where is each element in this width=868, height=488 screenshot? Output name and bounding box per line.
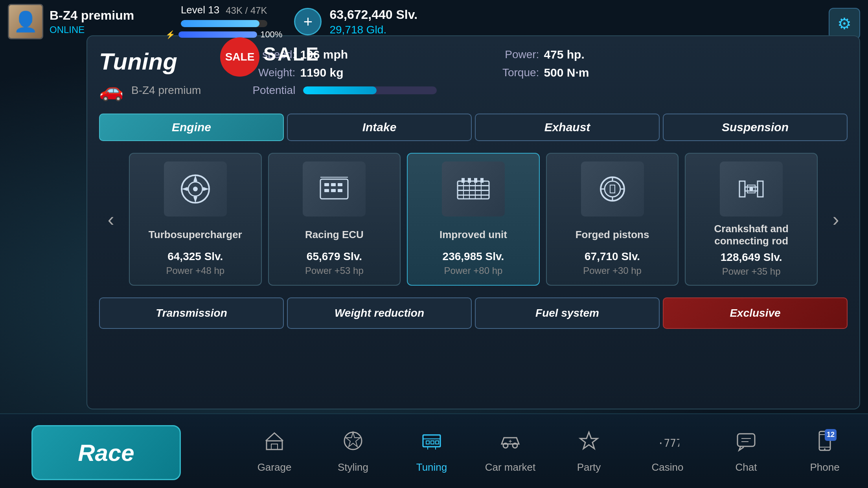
potential-bar-fill (303, 86, 377, 94)
player-status: ONLINE (50, 24, 134, 35)
svg-point-56 (824, 448, 826, 450)
sale-text: SALE (263, 43, 320, 65)
parts-prev-button[interactable]: ‹ (99, 207, 123, 231)
forged-pistons-stat: Power +30 hp (583, 265, 642, 276)
stats-col-right: Power: 475 hp. Torque: 500 N·m (468, 48, 589, 97)
svg-point-24 (605, 181, 620, 197)
potential-bar (303, 86, 437, 94)
svg-rect-5 (331, 183, 336, 186)
gld-amount: 29,718 Gld. (329, 24, 417, 36)
part-card-crankshaft[interactable]: Crankshaft and connecting rod 128,649 Sl… (685, 153, 818, 286)
parts-section: ‹ Turbosupercharger 64,325 Slv. (99, 153, 848, 286)
avatar: 👤 (8, 4, 43, 39)
cat-tab-fuel-system[interactable]: Fuel system (475, 297, 660, 329)
chat-icon (734, 429, 758, 458)
energy-bar (178, 31, 257, 38)
part-card-racing-ecu[interactable]: Racing ECU 65,679 Slv. Power +53 hp (268, 153, 401, 286)
nav-item-casino[interactable]: ·777· Casino (640, 429, 695, 473)
chat-label: Chat (736, 461, 757, 473)
racing-ecu-icon (303, 161, 366, 216)
sale-badge: SALE (220, 37, 259, 77)
tuning-title: Tuning (99, 48, 201, 75)
torque-label: Torque: (468, 66, 539, 79)
cat-tab-weight-reduction[interactable]: Weight reduction (287, 297, 472, 329)
svg-rect-14 (458, 194, 489, 196)
nav-item-styling[interactable]: Styling (326, 429, 381, 473)
nav-item-chat[interactable]: Chat (719, 429, 774, 473)
party-label: Party (577, 461, 601, 473)
crankshaft-icon (720, 161, 783, 216)
car-name: B-Z4 premium (131, 84, 201, 97)
styling-icon (341, 429, 365, 458)
tab-exhaust[interactable]: Exhaust (475, 114, 660, 141)
level-label: Level 13 (181, 4, 219, 16)
svg-rect-7 (324, 189, 329, 192)
svg-rect-12 (458, 185, 489, 186)
add-currency-button[interactable]: + (294, 8, 322, 35)
svg-rect-22 (480, 178, 484, 183)
currency-section: 63,672,440 Slv. 29,718 Gld. (329, 7, 417, 36)
crankshaft-name: Crankshaft and connecting rod (693, 223, 809, 247)
crankshaft-price: 128,649 Slv. (721, 251, 782, 264)
svg-rect-40 (426, 441, 429, 444)
tab-engine[interactable]: Engine (99, 114, 284, 141)
tuning-tabs: Engine Intake Exhaust Suspension (99, 114, 848, 141)
nav-item-garage[interactable]: Garage (247, 429, 302, 473)
race-button[interactable]: Race (31, 425, 181, 480)
svg-rect-41 (431, 441, 434, 444)
energy-row: ⚡ 100% (166, 29, 282, 40)
power-row: Power: 475 hp. (468, 48, 589, 61)
svg-rect-9 (338, 189, 342, 192)
slv-amount: 63,672,440 Slv. (329, 7, 417, 22)
part-card-forged-pistons[interactable]: Forged pistons 67,710 Slv. Power +30 hp (546, 153, 679, 286)
improved-unit-price: 236,985 Slv. (443, 250, 504, 263)
turbosupercharger-price: 64,325 Slv. (167, 250, 223, 263)
nav-item-car-market[interactable]: + Car market (483, 429, 538, 473)
phone-label: Phone (810, 461, 839, 473)
potential-row: Potential (224, 84, 437, 97)
cat-tab-exclusive[interactable]: Exclusive (663, 297, 848, 329)
car-silhouette-icon: 🚗 (99, 79, 123, 102)
tuning-panel: Tuning 🚗 B-Z4 premium Max speed: 196 mph… (86, 35, 860, 409)
parts-grid: Turbosupercharger 64,325 Slv. Power +48 … (129, 153, 818, 286)
svg-point-34 (749, 187, 753, 191)
energy-bar-fill (178, 31, 257, 38)
nav-item-party[interactable]: Party (561, 429, 616, 473)
xp-label: 43K / 47K (226, 5, 267, 16)
nav-item-phone[interactable]: 12 Phone (797, 429, 852, 473)
casino-icon: ·777· (656, 429, 679, 458)
part-card-turbosupercharger[interactable]: Turbosupercharger 64,325 Slv. Power +48 … (129, 153, 262, 286)
cat-tab-transmission[interactable]: Transmission (99, 297, 284, 329)
svg-rect-13 (458, 190, 489, 191)
casino-label: Casino (652, 461, 684, 473)
svg-rect-35 (267, 441, 282, 449)
turbosupercharger-icon (164, 161, 227, 216)
part-card-improved-unit[interactable]: Improved unit 236,985 Slv. Power +80 hp (407, 153, 540, 286)
svg-rect-50 (737, 434, 755, 446)
tab-intake[interactable]: Intake (287, 114, 472, 141)
phone-icon: 12 (813, 429, 837, 458)
party-icon (577, 429, 601, 458)
svg-text:+: + (509, 438, 512, 444)
svg-rect-20 (468, 178, 471, 183)
nav-item-tuning[interactable]: Tuning (404, 429, 459, 473)
torque-row: Torque: 500 N·m (468, 66, 589, 79)
garage-icon (263, 429, 286, 458)
parts-next-button[interactable]: › (824, 207, 848, 231)
tab-suspension[interactable]: Suspension (663, 114, 848, 141)
svg-rect-8 (331, 189, 336, 192)
nav-items: Garage Styling (247, 429, 852, 473)
weight-value: 1190 kg (300, 66, 343, 79)
svg-rect-19 (462, 178, 465, 183)
energy-label: 100% (260, 29, 282, 40)
player-name: B-Z4 premium (50, 8, 134, 23)
svg-point-2 (193, 187, 198, 191)
svg-rect-36 (271, 444, 278, 449)
svg-rect-42 (436, 441, 439, 444)
potential-label: Potential (224, 84, 295, 97)
car-market-label: Car market (485, 461, 536, 473)
turbosupercharger-stat: Power +48 hp (166, 265, 224, 276)
garage-label: Garage (257, 461, 292, 473)
styling-label: Styling (338, 461, 368, 473)
svg-point-37 (344, 432, 362, 449)
